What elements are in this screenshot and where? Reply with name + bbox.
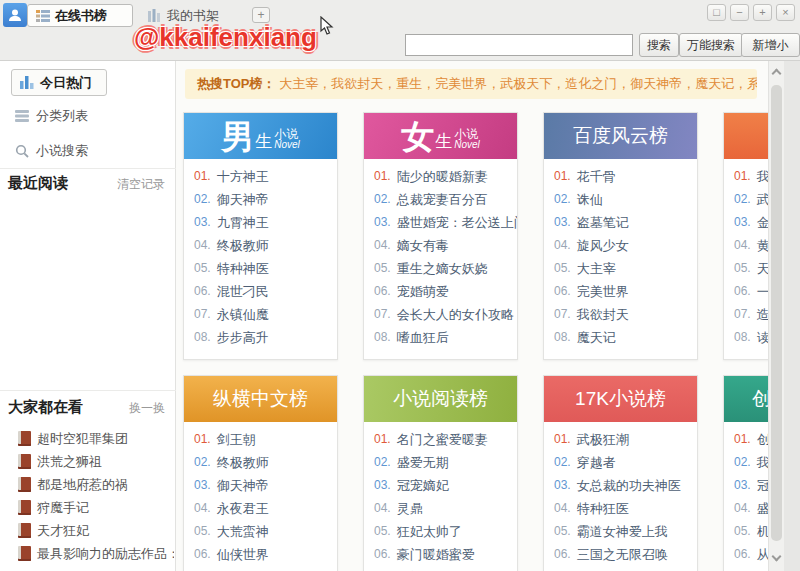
list-item[interactable]: 03. 冠军 [734,474,768,497]
vertical-scrollbar[interactable] [768,61,784,571]
list-item[interactable]: 02. 终极教师 [194,451,337,474]
card-header-female-novel[interactable]: 女 生 小说 Novel [364,113,517,159]
list-item[interactable]: 05. 大主宰 [554,257,697,280]
card-header-17k[interactable]: 17K小说榜 [544,376,697,422]
list-item[interactable]: 04. 旋风少女 [554,234,697,257]
list-item[interactable]: 超时空犯罪集团 [18,427,174,450]
list-item[interactable]: 08. 嗜血狂后 [374,326,517,349]
list-item[interactable]: 01. 十方神王 [194,165,337,188]
list-item[interactable]: 07. 星罗万相 [554,566,697,571]
universal-search-button[interactable]: 万能搜索 [679,33,743,57]
list-item[interactable]: 03. 御天神帝 [194,474,337,497]
list-item[interactable]: 08. 魔天记 [554,326,697,349]
list-item[interactable]: 最具影响力的励志作品：跟 [18,542,174,565]
list-item[interactable]: 04. 盛世 [734,497,768,520]
card-header-reading[interactable]: 小说阅读榜 [364,376,517,422]
list-item[interactable]: 01. 剑王朝 [194,428,337,451]
list-item[interactable]: 07. 名门深爱 [374,566,517,571]
list-item[interactable]: 04. 终极教师 [194,234,337,257]
search-input[interactable] [405,34,633,56]
ranking-card-male: 男 生 小说 Novel 01. 十方神王 02. 御天神帝 03. 九 [183,112,338,360]
list-item[interactable]: 04. 嫡女有毒 [374,234,517,257]
ranking-list: 01. 剑王朝 02. 终极教师 03. 御天神帝 04. 永夜君王 05. 大… [184,428,337,571]
list-item[interactable]: 05. 天启 [734,257,768,280]
list-item[interactable]: 06. 一世 [734,280,768,303]
skin-button[interactable]: □ [707,4,726,21]
list-item[interactable]: 05. 重生之嫡女妖娆 [374,257,517,280]
hot-search-items[interactable]: 大主宰，我欲封天，重生，完美世界，武极天下，造化之门，御天神帝，魔天记，系统，校… [279,76,757,91]
list-item[interactable]: 04. 永夜君王 [194,497,337,520]
scrollbar-thumb[interactable] [771,85,782,541]
list-item[interactable]: 洪荒之狮祖 [18,450,174,473]
list-item[interactable]: 01. 陆少的暖婚新妻 [374,165,517,188]
card-header-zongheng[interactable]: 纵横中文榜 [184,376,337,422]
list-item[interactable]: 07. 星辰 [734,566,768,571]
list-item[interactable]: 06. 三国之无限召唤 [554,543,697,566]
book-title: 陆少的暖婚新妻 [397,165,488,188]
scroll-down-icon[interactable] [772,552,782,562]
list-item[interactable]: 07. 造化 [734,303,768,326]
tab-online-ranking[interactable]: 在线书榜 [27,4,133,27]
list-item[interactable]: 05. 狂妃太帅了 [374,520,517,543]
list-item[interactable]: 06. 从前 [734,543,768,566]
list-item[interactable]: 03. 盗墓笔记 [554,211,697,234]
list-item[interactable]: 02. 盛爱无期 [374,451,517,474]
card-header-qidian[interactable]: 起点 [724,113,768,159]
new-tab-button[interactable]: + [252,7,270,23]
list-item[interactable]: 05. 机甲 [734,520,768,543]
maximize-button[interactable]: + [753,4,772,21]
search-button[interactable]: 搜索 [639,33,679,57]
card-header-baidu[interactable]: 百度风云榜 [544,113,697,159]
list-item[interactable]: 07. 永镇仙魔 [194,303,337,326]
list-item[interactable]: 06. 完美世界 [554,280,697,303]
list-item[interactable]: 02. 穿越者 [554,451,697,474]
list-item[interactable]: 01. 花千骨 [554,165,697,188]
list-item[interactable]: 05. 大荒蛮神 [194,520,337,543]
card-header-male-novel[interactable]: 男 生 小说 Novel [184,113,337,159]
clear-history-link[interactable]: 清空记录 [117,176,165,193]
rank-number: 06. [194,280,211,303]
list-item[interactable]: 01. 创世 [734,428,768,451]
list-item[interactable]: 02. 我身 [734,451,768,474]
list-item[interactable]: 04. 特种狂医 [554,497,697,520]
list-item[interactable]: 06. 豪门暖婚蜜爱 [374,543,517,566]
sidebar-item-novel-search[interactable]: 小说搜索 [15,142,88,160]
card-header-chuangshi[interactable]: 创世 [724,376,768,422]
list-item[interactable]: 07. 不败战神 [194,566,337,571]
list-item[interactable]: 02. 武极 [734,188,768,211]
list-item[interactable]: 05. 霸道女神爱上我 [554,520,697,543]
list-item[interactable]: 天才狂妃 [18,519,174,542]
rank-number: 02. [374,188,391,211]
list-item[interactable]: 03. 冠宠嫡妃 [374,474,517,497]
list-item[interactable]: 07. 会长大人的女仆攻略 [374,303,517,326]
list-item[interactable]: 01. 武极狂潮 [554,428,697,451]
list-item[interactable]: 08. 读心 [734,326,768,349]
list-item[interactable]: 02. 诛仙 [554,188,697,211]
refresh-link[interactable]: 换一换 [129,400,165,417]
list-item[interactable]: 狩魔手记 [18,496,174,519]
list-item[interactable]: 06. 混世刁民 [194,280,337,303]
list-item[interactable]: 03. 女总裁的功夫神医 [554,474,697,497]
list-item[interactable]: 01. 名门之蜜爱暖妻 [374,428,517,451]
minimize-button[interactable]: − [730,4,749,21]
sidebar-item-today-hot[interactable]: 今日热门 [11,69,107,96]
list-item[interactable]: 07. 我欲封天 [554,303,697,326]
list-item[interactable]: 02. 总裁宠妻百分百 [374,188,517,211]
list-item[interactable]: 03. 盛世婚宠：老公送上门 [374,211,517,234]
list-item[interactable]: 都是地府惹的祸 [18,473,174,496]
scroll-up-icon[interactable] [772,69,782,79]
list-item[interactable]: 02. 御天神帝 [194,188,337,211]
list-item[interactable]: 03. 金陵 [734,211,768,234]
list-item[interactable]: 06. 宠婚萌爱 [374,280,517,303]
list-item[interactable]: 01. 我欲 [734,165,768,188]
list-item[interactable]: 03. 九霄神王 [194,211,337,234]
list-item[interactable]: 08. 步步高升 [194,326,337,349]
close-button[interactable]: × [776,4,795,21]
list-item[interactable]: 04. 黄金 [734,234,768,257]
list-item[interactable]: 04. 灵鼎 [374,497,517,520]
add-novel-button[interactable]: 新增小说 [741,33,800,57]
list-item[interactable]: 06. 仙侠世界 [194,543,337,566]
user-avatar[interactable] [3,3,27,27]
list-item[interactable]: 05. 特种神医 [194,257,337,280]
sidebar-item-category-list[interactable]: 分类列表 [15,107,88,125]
